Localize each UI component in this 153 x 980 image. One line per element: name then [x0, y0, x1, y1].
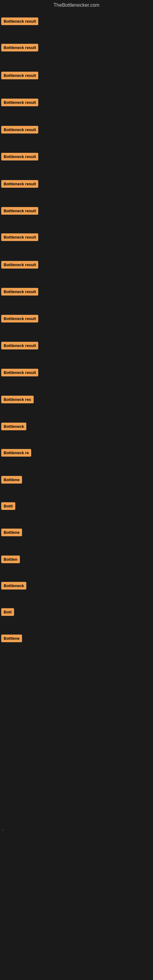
bottleneck-badge: Bottleneck result [1, 18, 38, 25]
bottleneck-item-10: Bottleneck result [1, 261, 38, 270]
bottleneck-item-13: Bottleneck result [1, 342, 38, 351]
bottleneck-badge: Bott [1, 608, 14, 616]
bottleneck-badge: Bottleneck result [1, 288, 38, 296]
bottleneck-item-19: Bottl [1, 502, 15, 511]
bottleneck-item-6: Bottleneck result [1, 153, 38, 162]
bottleneck-badge: Bottleneck result [1, 72, 38, 79]
bottleneck-badge: Bottleneck result [1, 99, 38, 106]
bottleneck-badge: Bottleneck result [1, 207, 38, 215]
bottleneck-badge: Bottleneck [1, 423, 26, 430]
bottleneck-item-12: Bottleneck result [1, 315, 38, 324]
bottleneck-badge: Bottlene [1, 476, 22, 484]
bottleneck-item-16: Bottleneck [1, 423, 26, 431]
bottleneck-badge: Bottleneck result [1, 233, 38, 241]
bottleneck-badge: Bottlene [1, 528, 22, 536]
bottleneck-badge: Bottleneck [1, 582, 26, 590]
bottleneck-badge: Bottleneck result [1, 261, 38, 269]
bottleneck-item-11: Bottleneck result [1, 288, 38, 297]
bottleneck-item-21: Bottlen [1, 555, 20, 565]
bottleneck-badge: Bottlene [1, 635, 22, 642]
bottleneck-badge: Bottleneck result [1, 180, 38, 188]
bottleneck-item-7: Bottleneck result [1, 180, 38, 189]
page-wrapper: TheBottlenecker.com Bottleneck resultBot… [0, 0, 153, 980]
bottleneck-badge: Bottlen [1, 555, 20, 563]
bottleneck-badge: Bottleneck result [1, 369, 38, 376]
bottleneck-item-9: Bottleneck result [1, 233, 38, 242]
bottleneck-item-18: Bottlene [1, 476, 22, 485]
bottleneck-item-14: Bottleneck result [1, 369, 38, 378]
bottleneck-item-2: Bottleneck result [1, 44, 38, 52]
bottleneck-item-3: Bottleneck result [1, 72, 38, 81]
bottleneck-item-5: Bottleneck result [1, 126, 38, 135]
site-title: TheBottlenecker.com [0, 0, 153, 9]
bottleneck-badge: Bottleneck re [1, 449, 31, 457]
bottleneck-item-23: Bott [1, 608, 14, 617]
bottleneck-item-15: Bottleneck res [1, 396, 33, 404]
bottleneck-item-24: Bottlene [1, 635, 22, 643]
bottleneck-item-20: Bottlene [1, 528, 22, 538]
ellipsis-label: ... [1, 827, 4, 831]
bottleneck-badge: Bottleneck result [1, 315, 38, 323]
bottleneck-badge: Bottleneck result [1, 153, 38, 161]
bottleneck-item-4: Bottleneck result [1, 99, 38, 108]
bottleneck-badge: Bottleneck result [1, 342, 38, 350]
bottleneck-badge: Bottleneck res [1, 396, 33, 403]
bottleneck-item-17: Bottleneck re [1, 449, 31, 458]
bottleneck-badge: Bottl [1, 502, 15, 510]
bottleneck-badge: Bottleneck result [1, 44, 38, 51]
bottleneck-item-22: Bottleneck [1, 582, 26, 591]
bottleneck-item-1: Bottleneck result [1, 18, 38, 26]
bottleneck-item-8: Bottleneck result [1, 207, 38, 216]
bottleneck-badge: Bottleneck result [1, 126, 38, 134]
